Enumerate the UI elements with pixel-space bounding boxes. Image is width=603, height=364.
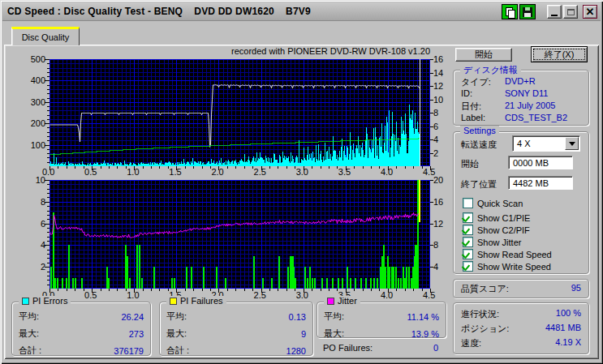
axis-tick-label: 4 [21, 240, 45, 250]
stat-row: 最大:273 [19, 325, 144, 342]
maximize-button[interactable] [563, 5, 578, 19]
checkbox-show-write-speed[interactable]: Show Write Speed [463, 261, 551, 272]
transfer-speed-select[interactable]: 4 X [512, 135, 580, 152]
checkbox-box[interactable] [463, 249, 473, 259]
axis-tick [117, 166, 118, 169]
axis-tick-label: 4.0 [381, 290, 402, 300]
app-window: CD Speed : Disc Quality Test - BENQ DVD … [0, 0, 603, 364]
axis-tick [47, 115, 50, 116]
axis-tick [101, 166, 101, 169]
progress-value: 4481 MB [461, 323, 581, 332]
axis-tick [47, 237, 50, 238]
pi-failures-box: PI Failures 平均:0.13最大:9合計 :1280 [159, 302, 313, 356]
window-title: CD Speed : Disc Quality Test - BENQ DVD … [2, 6, 311, 17]
progress-value: 100 % [461, 308, 581, 318]
axis-tick [312, 289, 312, 291]
axis-tick [430, 73, 433, 74]
axis-tick-label: 10 [21, 175, 45, 185]
axis-tick-label: 2.5 [254, 167, 275, 177]
axis-tick [47, 123, 50, 124]
chevron-down-icon[interactable] [565, 137, 579, 150]
stat-row: 平均:0.13 [166, 308, 306, 325]
tab-disc-quality[interactable]: Disc Quality [11, 27, 80, 45]
minimize-icon [551, 15, 558, 16]
axis-tick [47, 149, 50, 150]
checkbox-label: Show C2/PIF [477, 225, 530, 235]
axis-tick [101, 289, 101, 291]
checkbox-show-jitter[interactable]: Show Jitter [463, 237, 521, 247]
axis-tick-label: 400 [21, 75, 45, 85]
jitter-title: Jitter [338, 296, 357, 306]
axis-tick [47, 258, 50, 259]
disc-info-label: 日付: [461, 101, 481, 113]
axis-tick [47, 93, 50, 94]
axis-tick [47, 267, 50, 268]
axis-tick [430, 100, 433, 101]
axis-tick [278, 289, 278, 291]
stat-label: 最大: [19, 328, 39, 340]
axis-tick [185, 166, 186, 169]
axis-tick [109, 289, 110, 291]
disc-info-value: 21 July 2005 [505, 101, 555, 110]
checkbox-box[interactable] [463, 212, 473, 223]
axis-tick [261, 289, 262, 291]
checkbox-quick-scan[interactable]: Quick Scan [463, 198, 523, 208]
axis-tick [47, 189, 50, 190]
axis-tick-label: 0.5 [84, 290, 106, 300]
checkbox-show-read-speed[interactable]: Show Read Speed [463, 249, 552, 259]
disc-info-value: SONY D11 [505, 88, 548, 98]
axis-tick-label: 3.0 [296, 290, 317, 300]
save-button[interactable] [519, 4, 536, 19]
stat-row: 合計 :376179 [19, 342, 144, 359]
jitter-box: Jitter 平均:11.14 %最大:13.9 % [317, 302, 446, 338]
copy-button[interactable] [502, 4, 518, 19]
axis-tick [47, 224, 50, 225]
checkbox-show-c2-pif[interactable]: Show C2/PIF [463, 225, 530, 235]
axis-tick [363, 166, 364, 169]
axis-tick-label: 6 [433, 122, 454, 131]
disc-info-title: ディスク情報 [460, 64, 521, 76]
start-position-label: 開始 [461, 158, 479, 170]
checkbox-box[interactable] [463, 198, 473, 208]
axis-tick-label: 16 [433, 54, 454, 64]
checkbox-box[interactable] [463, 225, 473, 235]
minimize-button[interactable] [547, 5, 562, 19]
axis-tick-label: 3.0 [296, 167, 317, 177]
start-position-field[interactable]: 0000 MB [508, 156, 573, 169]
start-button[interactable]: 開始 [455, 48, 512, 62]
checkbox-box[interactable] [463, 261, 473, 272]
stat-label: 平均: [19, 310, 39, 323]
axis-tick [47, 184, 50, 185]
axis-tick [159, 289, 160, 291]
check-icon [464, 251, 472, 258]
axis-tick [227, 289, 228, 291]
axis-tick-label: 12 [433, 81, 454, 91]
axis-tick-label: 0.5 [84, 167, 106, 177]
title-bar[interactable]: CD Speed : Disc Quality Test - BENQ DVD … [2, 2, 601, 21]
stat-row: 合計 :1280 [166, 342, 306, 359]
exit-button[interactable]: 終了(X) [531, 46, 588, 62]
pif-jitter-chart [50, 180, 430, 289]
axis-tick [430, 289, 431, 291]
checkbox-show-c1-pie[interactable]: Show C1/PIE [463, 212, 530, 223]
axis-tick [47, 245, 50, 246]
close-icon: ✕ [586, 6, 595, 18]
close-button[interactable]: ✕ [583, 5, 597, 19]
axis-tick-label: 1.5 [169, 167, 190, 177]
axis-tick [430, 139, 433, 140]
axis-tick [261, 166, 262, 169]
axis-tick [396, 289, 397, 291]
checkbox-label: Show C1/PIE [477, 213, 530, 223]
checkbox-box[interactable] [463, 237, 473, 247]
axis-tick [430, 166, 431, 169]
axis-tick [47, 80, 50, 81]
axis-tick [92, 289, 93, 291]
axis-tick [218, 166, 219, 169]
check-icon [464, 238, 472, 246]
jitter-legend-swatch [327, 298, 334, 305]
axis-tick [354, 166, 355, 169]
axis-tick [58, 289, 58, 291]
axis-tick [168, 289, 169, 291]
end-position-field[interactable]: 4482 MB [508, 176, 573, 190]
po-failures-value: 0 [325, 343, 438, 353]
